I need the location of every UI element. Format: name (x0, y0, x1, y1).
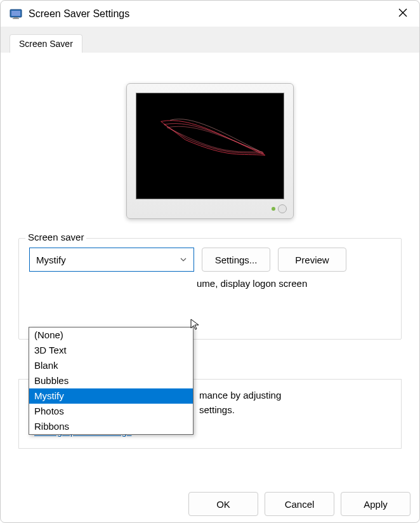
dialog-footer: OK Cancel Apply (1, 486, 419, 522)
svg-rect-3 (13, 18, 19, 19)
resume-hint-text: ume, display logon screen (197, 277, 307, 291)
svg-rect-1 (11, 11, 20, 16)
screensaver-dropdown[interactable]: (None)3D TextBlankBubblesMystifyPhotosRi… (29, 327, 194, 435)
option-bubbles[interactable]: Bubbles (29, 373, 193, 388)
option-ribbons[interactable]: Ribbons (29, 419, 193, 434)
apply-button[interactable]: Apply (341, 492, 410, 516)
ok-button[interactable]: OK (188, 492, 258, 516)
preview-button[interactable]: Preview (278, 248, 346, 272)
svg-rect-2 (14, 17, 18, 18)
group-legend: Screen saver (25, 232, 86, 242)
power-hint-line1: mance by adjusting (199, 388, 391, 403)
power-hint-line2: settings. (199, 403, 391, 418)
close-icon (398, 8, 408, 18)
settings-button[interactable]: Settings... (202, 248, 270, 272)
app-icon (10, 8, 22, 20)
screensaver-preview (136, 93, 284, 199)
monitor-preview (126, 83, 294, 219)
close-button[interactable] (395, 5, 410, 22)
screensaver-select[interactable]: Mystify (29, 248, 194, 272)
title-bar: Screen Saver Settings (1, 1, 419, 27)
option-none[interactable]: (None) (29, 328, 193, 343)
tab-strip: Screen Saver (1, 27, 419, 53)
cursor-icon (190, 318, 202, 331)
combo-value: Mystify (36, 255, 66, 265)
monitor-led-icon (272, 207, 275, 211)
window-title: Screen Saver Settings (29, 8, 395, 20)
monitor-power-icon (278, 204, 287, 213)
option-mystify[interactable]: Mystify (29, 388, 193, 404)
tab-screen-saver[interactable]: Screen Saver (10, 34, 82, 53)
option-blank[interactable]: Blank (29, 358, 193, 373)
option-photos[interactable]: Photos (29, 404, 193, 419)
chevron-down-icon (180, 255, 187, 265)
preview-area (18, 64, 402, 238)
screensaver-group: Screen saver Mystify Settings... Preview… (18, 238, 402, 340)
option-3d-text[interactable]: 3D Text (29, 343, 193, 358)
cancel-button[interactable]: Cancel (265, 492, 334, 516)
